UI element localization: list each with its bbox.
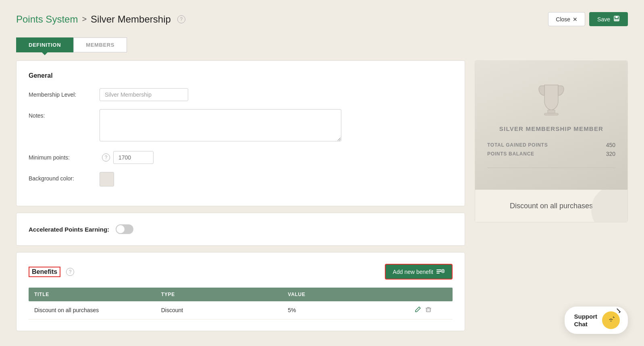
membership-discount-text: Discount on all purchases [510,202,593,210]
membership-card-top: SILVER MEMBERSHIP MEMBER TOTAL GAINED PO… [475,61,627,190]
minimum-points-label: Minimum points: [29,151,93,161]
total-gained-points-row: TOTAL GAINED POINTS 450 [487,142,615,148]
save-icon [613,15,620,23]
benefits-table-header: TITLE TYPE VALUE [29,288,453,301]
svg-rect-14 [544,113,558,115]
benefits-help-icon[interactable]: ? [66,268,74,276]
accelerated-card: Accelerated Points Earning: [16,213,465,246]
svg-rect-13 [548,110,555,113]
membership-stats: TOTAL GAINED POINTS 450 POINTS BALANCE 3… [487,142,615,157]
svg-point-15 [608,317,614,324]
general-card: General Membership Level: Notes: Minimu [16,60,465,206]
accelerated-toggle[interactable] [116,224,133,234]
svg-rect-1 [615,16,618,18]
add-benefit-icon [436,268,445,275]
main-layout: General Membership Level: Notes: Minimu [16,60,628,331]
minimum-points-row: Minimum points: ? [29,151,453,164]
row-type: Discount [161,307,288,313]
support-chat-button[interactable]: SupportChat [565,307,628,334]
total-gained-points-label: TOTAL GAINED POINTS [487,142,548,148]
tab-definition[interactable]: DEFINITION [16,37,73,52]
membership-card-bottom: Discount on all purchases [475,190,627,222]
page-header: Points System > Silver Membership ? Clos… [16,12,628,26]
general-title: General [29,72,453,79]
col-type: TYPE [161,292,288,297]
points-balance-row: POINTS BALANCE 320 [487,151,615,157]
notes-textarea[interactable] [100,109,341,141]
membership-preview-card: SILVER MEMBERSHIP MEMBER TOTAL GAINED PO… [475,60,628,222]
svg-rect-3 [436,269,441,270]
col-value: VALUE [288,292,415,297]
svg-rect-5 [436,273,440,273]
tabs-container: DEFINITION MEMBERS [16,37,628,52]
membership-level-row: Membership Level: [29,88,453,101]
row-title: Discount on all purchases [34,307,161,313]
total-gained-points-value: 450 [606,142,615,148]
background-color-label: Background color: [29,172,93,182]
benefits-card: Benefits ? Add new benefit [16,252,465,331]
notes-row: Notes: [29,109,453,143]
tab-members[interactable]: MEMBERS [73,37,127,52]
toggle-knob [116,225,125,233]
close-button[interactable]: Close ✕ [548,12,585,26]
breadcrumb-separator: > [82,15,87,24]
add-new-benefit-button[interactable]: Add new benefit [385,264,453,280]
accelerated-label: Accelerated Points Earning: [29,226,109,233]
minimum-points-help-icon[interactable]: ? [102,153,110,162]
header-actions: Close ✕ Save [548,12,628,26]
points-balance-label: POINTS BALANCE [487,151,534,157]
row-actions [415,306,447,314]
save-button[interactable]: Save [589,12,628,26]
membership-level-label: Membership Level: [29,88,93,98]
breadcrumb: Points System > Silver Membership ? [16,14,185,25]
benefits-title-row: Benefits ? [29,267,74,277]
trophy-icon [533,81,569,119]
svg-rect-2 [615,19,619,21]
membership-preview-name: SILVER MEMBERSHIP MEMBER [499,125,603,132]
background-color-row: Background color: [29,172,453,186]
support-chat-icon [602,311,620,329]
notes-label: Notes: [29,109,93,119]
support-chat-label: SupportChat [574,313,598,328]
svg-rect-9 [426,308,430,312]
points-balance-value: 320 [606,151,615,157]
breadcrumb-link[interactable]: Points System [16,14,78,25]
delete-icon[interactable] [425,306,432,314]
benefits-title: Benefits [29,267,60,277]
breadcrumb-current: Silver Membership [91,14,171,25]
col-actions [415,292,447,297]
edit-icon[interactable] [415,306,421,314]
close-x-icon: ✕ [573,16,578,23]
svg-rect-4 [436,271,441,272]
table-row: Discount on all purchases Discount 5% [29,301,453,319]
membership-divider [487,168,615,168]
help-icon[interactable]: ? [177,15,185,23]
row-value: 5% [288,307,415,313]
col-title: TITLE [34,292,161,297]
membership-level-input[interactable] [100,88,188,101]
minimum-points-input[interactable] [113,151,154,164]
left-column: General Membership Level: Notes: Minimu [16,60,465,331]
right-column: SILVER MEMBERSHIP MEMBER TOTAL GAINED PO… [475,60,628,222]
background-color-swatch[interactable] [100,172,114,186]
benefits-header: Benefits ? Add new benefit [29,264,453,280]
